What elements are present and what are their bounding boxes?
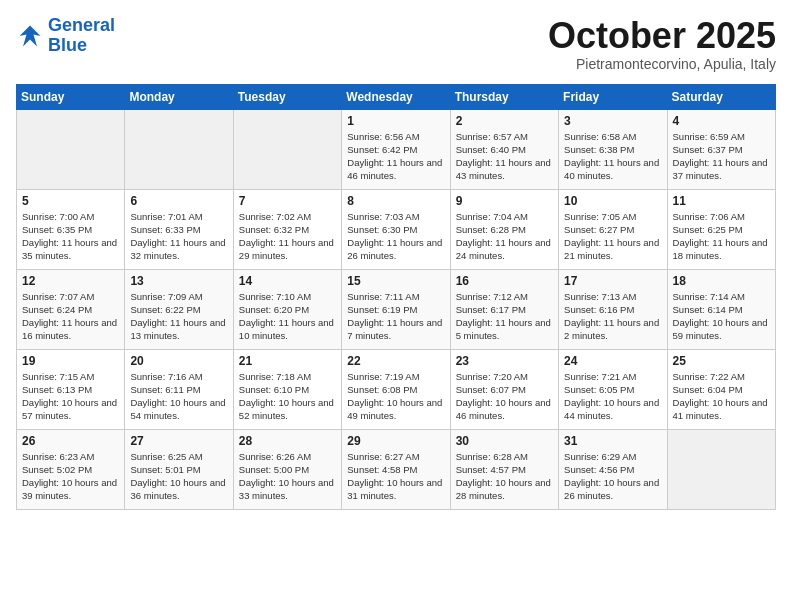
- table-row: 23Sunrise: 7:20 AM Sunset: 6:07 PM Dayli…: [450, 349, 558, 429]
- day-info: Sunrise: 7:05 AM Sunset: 6:27 PM Dayligh…: [564, 210, 661, 263]
- table-row: 14Sunrise: 7:10 AM Sunset: 6:20 PM Dayli…: [233, 269, 341, 349]
- table-row: 16Sunrise: 7:12 AM Sunset: 6:17 PM Dayli…: [450, 269, 558, 349]
- day-info: Sunrise: 7:13 AM Sunset: 6:16 PM Dayligh…: [564, 290, 661, 343]
- day-number: 19: [22, 354, 119, 368]
- table-row: 30Sunrise: 6:28 AM Sunset: 4:57 PM Dayli…: [450, 429, 558, 509]
- table-row: 7Sunrise: 7:02 AM Sunset: 6:32 PM Daylig…: [233, 189, 341, 269]
- day-number: 14: [239, 274, 336, 288]
- day-info: Sunrise: 7:07 AM Sunset: 6:24 PM Dayligh…: [22, 290, 119, 343]
- table-row: 13Sunrise: 7:09 AM Sunset: 6:22 PM Dayli…: [125, 269, 233, 349]
- day-number: 27: [130, 434, 227, 448]
- day-number: 25: [673, 354, 770, 368]
- logo: GeneralBlue: [16, 16, 115, 56]
- day-info: Sunrise: 6:27 AM Sunset: 4:58 PM Dayligh…: [347, 450, 444, 503]
- day-number: 20: [130, 354, 227, 368]
- day-info: Sunrise: 6:28 AM Sunset: 4:57 PM Dayligh…: [456, 450, 553, 503]
- day-info: Sunrise: 6:29 AM Sunset: 4:56 PM Dayligh…: [564, 450, 661, 503]
- table-row: 10Sunrise: 7:05 AM Sunset: 6:27 PM Dayli…: [559, 189, 667, 269]
- table-row: [125, 109, 233, 189]
- table-row: 26Sunrise: 6:23 AM Sunset: 5:02 PM Dayli…: [17, 429, 125, 509]
- day-number: 9: [456, 194, 553, 208]
- day-info: Sunrise: 7:02 AM Sunset: 6:32 PM Dayligh…: [239, 210, 336, 263]
- page-header: GeneralBlue October 2025 Pietramontecorv…: [16, 16, 776, 72]
- day-info: Sunrise: 7:14 AM Sunset: 6:14 PM Dayligh…: [673, 290, 770, 343]
- day-number: 7: [239, 194, 336, 208]
- day-info: Sunrise: 6:57 AM Sunset: 6:40 PM Dayligh…: [456, 130, 553, 183]
- day-info: Sunrise: 6:58 AM Sunset: 6:38 PM Dayligh…: [564, 130, 661, 183]
- header-friday: Friday: [559, 84, 667, 109]
- table-row: 4Sunrise: 6:59 AM Sunset: 6:37 PM Daylig…: [667, 109, 775, 189]
- table-row: 24Sunrise: 7:21 AM Sunset: 6:05 PM Dayli…: [559, 349, 667, 429]
- table-row: 11Sunrise: 7:06 AM Sunset: 6:25 PM Dayli…: [667, 189, 775, 269]
- table-row: [17, 109, 125, 189]
- calendar-week-4: 19Sunrise: 7:15 AM Sunset: 6:13 PM Dayli…: [17, 349, 776, 429]
- day-number: 23: [456, 354, 553, 368]
- day-number: 5: [22, 194, 119, 208]
- calendar-week-1: 1Sunrise: 6:56 AM Sunset: 6:42 PM Daylig…: [17, 109, 776, 189]
- table-row: 3Sunrise: 6:58 AM Sunset: 6:38 PM Daylig…: [559, 109, 667, 189]
- table-row: 19Sunrise: 7:15 AM Sunset: 6:13 PM Dayli…: [17, 349, 125, 429]
- day-number: 22: [347, 354, 444, 368]
- day-number: 16: [456, 274, 553, 288]
- day-number: 1: [347, 114, 444, 128]
- day-number: 12: [22, 274, 119, 288]
- day-info: Sunrise: 6:26 AM Sunset: 5:00 PM Dayligh…: [239, 450, 336, 503]
- day-info: Sunrise: 7:04 AM Sunset: 6:28 PM Dayligh…: [456, 210, 553, 263]
- day-number: 13: [130, 274, 227, 288]
- day-info: Sunrise: 7:19 AM Sunset: 6:08 PM Dayligh…: [347, 370, 444, 423]
- table-row: 6Sunrise: 7:01 AM Sunset: 6:33 PM Daylig…: [125, 189, 233, 269]
- header-wednesday: Wednesday: [342, 84, 450, 109]
- table-row: 15Sunrise: 7:11 AM Sunset: 6:19 PM Dayli…: [342, 269, 450, 349]
- day-info: Sunrise: 7:20 AM Sunset: 6:07 PM Dayligh…: [456, 370, 553, 423]
- day-info: Sunrise: 7:11 AM Sunset: 6:19 PM Dayligh…: [347, 290, 444, 343]
- header-saturday: Saturday: [667, 84, 775, 109]
- table-row: 20Sunrise: 7:16 AM Sunset: 6:11 PM Dayli…: [125, 349, 233, 429]
- table-row: 1Sunrise: 6:56 AM Sunset: 6:42 PM Daylig…: [342, 109, 450, 189]
- calendar-week-3: 12Sunrise: 7:07 AM Sunset: 6:24 PM Dayli…: [17, 269, 776, 349]
- calendar-week-5: 26Sunrise: 6:23 AM Sunset: 5:02 PM Dayli…: [17, 429, 776, 509]
- table-row: 21Sunrise: 7:18 AM Sunset: 6:10 PM Dayli…: [233, 349, 341, 429]
- logo-text: GeneralBlue: [48, 16, 115, 56]
- day-number: 2: [456, 114, 553, 128]
- day-number: 4: [673, 114, 770, 128]
- table-row: 17Sunrise: 7:13 AM Sunset: 6:16 PM Dayli…: [559, 269, 667, 349]
- day-info: Sunrise: 7:00 AM Sunset: 6:35 PM Dayligh…: [22, 210, 119, 263]
- day-number: 8: [347, 194, 444, 208]
- table-row: 31Sunrise: 6:29 AM Sunset: 4:56 PM Dayli…: [559, 429, 667, 509]
- day-number: 6: [130, 194, 227, 208]
- day-info: Sunrise: 7:06 AM Sunset: 6:25 PM Dayligh…: [673, 210, 770, 263]
- day-number: 11: [673, 194, 770, 208]
- day-info: Sunrise: 7:21 AM Sunset: 6:05 PM Dayligh…: [564, 370, 661, 423]
- table-row: 27Sunrise: 6:25 AM Sunset: 5:01 PM Dayli…: [125, 429, 233, 509]
- table-row: 29Sunrise: 6:27 AM Sunset: 4:58 PM Dayli…: [342, 429, 450, 509]
- table-row: 9Sunrise: 7:04 AM Sunset: 6:28 PM Daylig…: [450, 189, 558, 269]
- day-info: Sunrise: 7:10 AM Sunset: 6:20 PM Dayligh…: [239, 290, 336, 343]
- day-number: 28: [239, 434, 336, 448]
- table-row: 2Sunrise: 6:57 AM Sunset: 6:40 PM Daylig…: [450, 109, 558, 189]
- calendar-week-2: 5Sunrise: 7:00 AM Sunset: 6:35 PM Daylig…: [17, 189, 776, 269]
- table-row: 25Sunrise: 7:22 AM Sunset: 6:04 PM Dayli…: [667, 349, 775, 429]
- location-subtitle: Pietramontecorvino, Apulia, Italy: [548, 56, 776, 72]
- day-number: 18: [673, 274, 770, 288]
- day-info: Sunrise: 7:22 AM Sunset: 6:04 PM Dayligh…: [673, 370, 770, 423]
- day-number: 26: [22, 434, 119, 448]
- header-sunday: Sunday: [17, 84, 125, 109]
- day-number: 24: [564, 354, 661, 368]
- day-info: Sunrise: 7:16 AM Sunset: 6:11 PM Dayligh…: [130, 370, 227, 423]
- day-number: 15: [347, 274, 444, 288]
- day-number: 29: [347, 434, 444, 448]
- day-info: Sunrise: 7:09 AM Sunset: 6:22 PM Dayligh…: [130, 290, 227, 343]
- day-info: Sunrise: 7:01 AM Sunset: 6:33 PM Dayligh…: [130, 210, 227, 263]
- table-row: 12Sunrise: 7:07 AM Sunset: 6:24 PM Dayli…: [17, 269, 125, 349]
- day-info: Sunrise: 6:25 AM Sunset: 5:01 PM Dayligh…: [130, 450, 227, 503]
- logo-icon: [16, 22, 44, 50]
- calendar-table: Sunday Monday Tuesday Wednesday Thursday…: [16, 84, 776, 510]
- day-number: 30: [456, 434, 553, 448]
- calendar-header-row: Sunday Monday Tuesday Wednesday Thursday…: [17, 84, 776, 109]
- table-row: 22Sunrise: 7:19 AM Sunset: 6:08 PM Dayli…: [342, 349, 450, 429]
- title-block: October 2025 Pietramontecorvino, Apulia,…: [548, 16, 776, 72]
- day-info: Sunrise: 7:18 AM Sunset: 6:10 PM Dayligh…: [239, 370, 336, 423]
- svg-marker-0: [20, 25, 41, 46]
- day-number: 21: [239, 354, 336, 368]
- day-info: Sunrise: 6:56 AM Sunset: 6:42 PM Dayligh…: [347, 130, 444, 183]
